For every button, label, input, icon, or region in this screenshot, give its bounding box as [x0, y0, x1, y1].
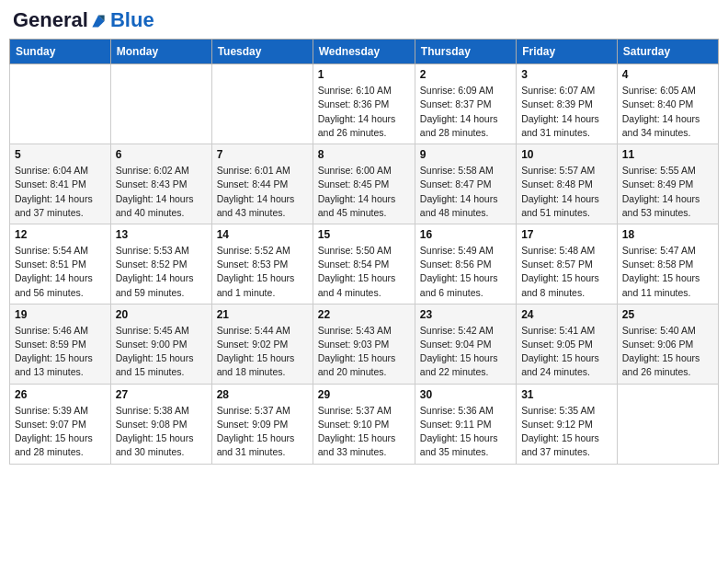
day-info: Sunrise: 5:40 AM Sunset: 9:06 PM Dayligh… [622, 324, 713, 380]
calendar-week-2: 5Sunrise: 6:04 AM Sunset: 8:41 PM Daylig… [10, 144, 719, 224]
day-number: 10 [521, 148, 612, 161]
day-info: Sunrise: 5:57 AM Sunset: 8:48 PM Dayligh… [521, 164, 612, 220]
weekday-header-sunday: Sunday [10, 40, 111, 64]
calendar-cell: 31Sunrise: 5:35 AM Sunset: 9:12 PM Dayli… [517, 384, 618, 464]
calendar-cell [617, 384, 718, 464]
day-info: Sunrise: 5:54 AM Sunset: 8:51 PM Dayligh… [15, 244, 106, 300]
day-number: 29 [318, 388, 410, 401]
calendar-cell: 22Sunrise: 5:43 AM Sunset: 9:03 PM Dayli… [313, 304, 415, 384]
day-number: 13 [116, 228, 207, 241]
day-info: Sunrise: 6:10 AM Sunset: 8:36 PM Dayligh… [318, 84, 410, 140]
weekday-header-wednesday: Wednesday [313, 40, 415, 64]
day-number: 25 [622, 308, 713, 321]
calendar-cell: 13Sunrise: 5:53 AM Sunset: 8:52 PM Dayli… [110, 224, 211, 304]
weekday-header-monday: Monday [110, 40, 211, 64]
calendar-cell: 5Sunrise: 6:04 AM Sunset: 8:41 PM Daylig… [10, 144, 111, 224]
calendar-cell: 23Sunrise: 5:42 AM Sunset: 9:04 PM Dayli… [415, 304, 516, 384]
day-info: Sunrise: 5:49 AM Sunset: 8:56 PM Dayligh… [420, 244, 511, 300]
calendar-cell: 11Sunrise: 5:55 AM Sunset: 8:49 PM Dayli… [617, 144, 718, 224]
day-number: 18 [622, 228, 713, 241]
calendar-cell: 15Sunrise: 5:50 AM Sunset: 8:54 PM Dayli… [313, 224, 415, 304]
weekday-header-friday: Friday [517, 40, 618, 64]
day-number: 6 [116, 148, 207, 161]
weekday-header-tuesday: Tuesday [211, 40, 313, 64]
day-number: 17 [521, 228, 612, 241]
day-number: 5 [15, 148, 106, 161]
calendar-cell [110, 64, 211, 144]
calendar-cell: 28Sunrise: 5:37 AM Sunset: 9:09 PM Dayli… [211, 384, 313, 464]
day-info: Sunrise: 6:00 AM Sunset: 8:45 PM Dayligh… [318, 164, 410, 220]
day-info: Sunrise: 5:37 AM Sunset: 9:09 PM Dayligh… [217, 404, 308, 460]
calendar-cell: 2Sunrise: 6:09 AM Sunset: 8:37 PM Daylig… [415, 64, 516, 144]
logo: General Blue [13, 9, 154, 31]
day-number: 27 [116, 388, 207, 401]
calendar-cell [211, 64, 313, 144]
day-number: 9 [420, 148, 511, 161]
day-number: 19 [15, 308, 106, 321]
day-number: 20 [116, 308, 207, 321]
calendar-cell: 14Sunrise: 5:52 AM Sunset: 8:53 PM Dayli… [211, 224, 313, 304]
calendar-cell: 24Sunrise: 5:41 AM Sunset: 9:05 PM Dayli… [517, 304, 618, 384]
day-info: Sunrise: 5:47 AM Sunset: 8:58 PM Dayligh… [622, 244, 713, 300]
day-info: Sunrise: 5:42 AM Sunset: 9:04 PM Dayligh… [420, 324, 511, 380]
calendar-week-1: 1Sunrise: 6:10 AM Sunset: 8:36 PM Daylig… [10, 64, 719, 144]
calendar-week-3: 12Sunrise: 5:54 AM Sunset: 8:51 PM Dayli… [10, 224, 719, 304]
day-info: Sunrise: 5:35 AM Sunset: 9:12 PM Dayligh… [521, 404, 612, 460]
calendar-cell: 6Sunrise: 6:02 AM Sunset: 8:43 PM Daylig… [110, 144, 211, 224]
day-number: 26 [15, 388, 106, 401]
day-number: 28 [217, 388, 308, 401]
calendar-cell: 3Sunrise: 6:07 AM Sunset: 8:39 PM Daylig… [517, 64, 618, 144]
day-info: Sunrise: 6:04 AM Sunset: 8:41 PM Dayligh… [15, 164, 106, 220]
calendar-week-4: 19Sunrise: 5:46 AM Sunset: 8:59 PM Dayli… [10, 304, 719, 384]
day-info: Sunrise: 5:44 AM Sunset: 9:02 PM Dayligh… [217, 324, 308, 380]
day-info: Sunrise: 5:36 AM Sunset: 9:11 PM Dayligh… [420, 404, 511, 460]
logo-blue: Blue [110, 9, 154, 31]
day-info: Sunrise: 6:09 AM Sunset: 8:37 PM Dayligh… [420, 84, 511, 140]
calendar-cell [10, 64, 111, 144]
day-number: 11 [622, 148, 713, 161]
day-info: Sunrise: 5:50 AM Sunset: 8:54 PM Dayligh… [318, 244, 410, 300]
calendar-cell: 17Sunrise: 5:48 AM Sunset: 8:57 PM Dayli… [517, 224, 618, 304]
day-number: 30 [420, 388, 511, 401]
weekday-header-row: SundayMondayTuesdayWednesdayThursdayFrid… [10, 40, 719, 64]
calendar-cell: 25Sunrise: 5:40 AM Sunset: 9:06 PM Dayli… [617, 304, 718, 384]
day-number: 4 [622, 68, 713, 81]
day-info: Sunrise: 5:39 AM Sunset: 9:07 PM Dayligh… [15, 404, 106, 460]
day-number: 14 [217, 228, 308, 241]
calendar-cell: 29Sunrise: 5:37 AM Sunset: 9:10 PM Dayli… [313, 384, 415, 464]
calendar-table: SundayMondayTuesdayWednesdayThursdayFrid… [9, 39, 719, 464]
calendar-cell: 12Sunrise: 5:54 AM Sunset: 8:51 PM Dayli… [10, 224, 111, 304]
calendar-cell: 19Sunrise: 5:46 AM Sunset: 8:59 PM Dayli… [10, 304, 111, 384]
weekday-header-thursday: Thursday [415, 40, 516, 64]
calendar-cell: 27Sunrise: 5:38 AM Sunset: 9:08 PM Dayli… [110, 384, 211, 464]
day-info: Sunrise: 5:58 AM Sunset: 8:47 PM Dayligh… [420, 164, 511, 220]
weekday-header-saturday: Saturday [617, 40, 718, 64]
day-info: Sunrise: 6:07 AM Sunset: 8:39 PM Dayligh… [521, 84, 612, 140]
day-number: 8 [318, 148, 410, 161]
day-number: 24 [521, 308, 612, 321]
day-number: 22 [318, 308, 410, 321]
day-info: Sunrise: 5:55 AM Sunset: 8:49 PM Dayligh… [622, 164, 713, 220]
day-number: 23 [420, 308, 511, 321]
calendar-cell: 9Sunrise: 5:58 AM Sunset: 8:47 PM Daylig… [415, 144, 516, 224]
calendar-cell: 21Sunrise: 5:44 AM Sunset: 9:02 PM Dayli… [211, 304, 313, 384]
logo-text: General [13, 9, 108, 31]
day-info: Sunrise: 5:41 AM Sunset: 9:05 PM Dayligh… [521, 324, 612, 380]
day-info: Sunrise: 5:48 AM Sunset: 8:57 PM Dayligh… [521, 244, 612, 300]
calendar-cell: 30Sunrise: 5:36 AM Sunset: 9:11 PM Dayli… [415, 384, 516, 464]
day-info: Sunrise: 5:43 AM Sunset: 9:03 PM Dayligh… [318, 324, 410, 380]
day-info: Sunrise: 5:52 AM Sunset: 8:53 PM Dayligh… [217, 244, 308, 300]
day-number: 7 [217, 148, 308, 161]
day-info: Sunrise: 5:38 AM Sunset: 9:08 PM Dayligh… [116, 404, 207, 460]
day-number: 15 [318, 228, 410, 241]
calendar-cell: 16Sunrise: 5:49 AM Sunset: 8:56 PM Dayli… [415, 224, 516, 304]
day-info: Sunrise: 5:37 AM Sunset: 9:10 PM Dayligh… [318, 404, 410, 460]
calendar-cell: 18Sunrise: 5:47 AM Sunset: 8:58 PM Dayli… [617, 224, 718, 304]
day-number: 1 [318, 68, 410, 81]
calendar-cell: 26Sunrise: 5:39 AM Sunset: 9:07 PM Dayli… [10, 384, 111, 464]
day-info: Sunrise: 5:46 AM Sunset: 8:59 PM Dayligh… [15, 324, 106, 380]
day-info: Sunrise: 5:53 AM Sunset: 8:52 PM Dayligh… [116, 244, 207, 300]
day-info: Sunrise: 5:45 AM Sunset: 9:00 PM Dayligh… [116, 324, 207, 380]
day-number: 3 [521, 68, 612, 81]
day-info: Sunrise: 6:01 AM Sunset: 8:44 PM Dayligh… [217, 164, 308, 220]
